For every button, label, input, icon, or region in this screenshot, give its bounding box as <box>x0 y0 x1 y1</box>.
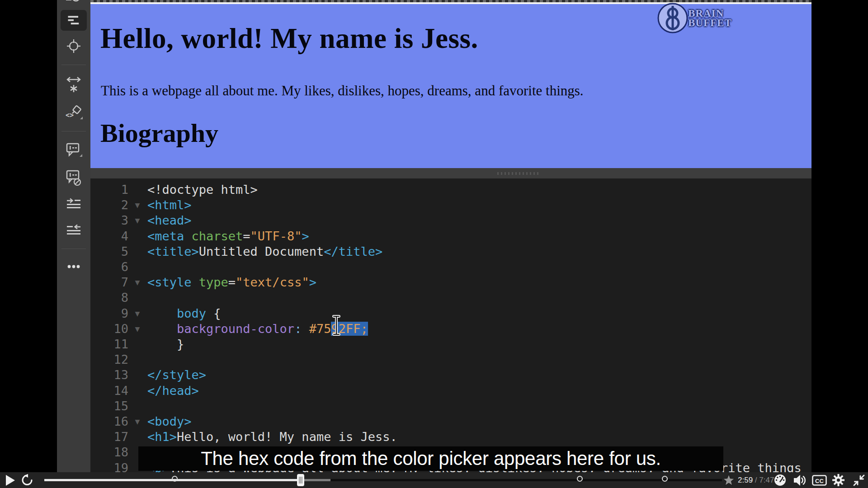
line-number: 15 <box>90 399 128 414</box>
svg-text:CC: CC <box>815 478 824 484</box>
video-caption: The hex code from the color picker appea… <box>138 446 723 471</box>
code-text: <!doctype html> <box>147 182 258 197</box>
code-line-10[interactable]: 10▼ background-color: #7592FF; <box>90 321 811 337</box>
live-highlight-partial-icon-button[interactable] <box>57 0 90 5</box>
fold-arrow-icon[interactable]: ▼ <box>131 197 144 213</box>
css-inspect-button[interactable]: <> <box>57 104 90 122</box>
fold-arrow-icon[interactable]: ▼ <box>131 213 144 228</box>
code-line-8[interactable]: 8 <box>90 290 811 305</box>
line-number: 4 <box>90 229 128 244</box>
line-number: 14 <box>90 383 128 399</box>
progress-handle[interactable] <box>297 474 304 486</box>
code-line-17[interactable]: 17<h1>Hello, world! My name is Jess. <box>90 429 811 445</box>
brain-buffet-badge-icon <box>657 2 689 34</box>
editor-main: Hello, world! My name is Jess. This is a… <box>90 0 811 472</box>
code-line-6[interactable]: 6 <box>90 259 811 275</box>
pane-splitter[interactable] <box>90 168 811 178</box>
svg-text:<>: <> <box>66 111 74 119</box>
line-number: 16 <box>90 414 128 429</box>
indent-icon <box>66 198 81 210</box>
line-number: 8 <box>90 290 128 305</box>
code-text: <html> <box>147 197 192 213</box>
more-options-button[interactable] <box>57 263 90 270</box>
code-text: </style> <box>147 367 206 383</box>
code-line-3[interactable]: 3▼<head> <box>90 213 811 228</box>
code-text: <h1>Hello, world! My name is Jess. <box>147 429 397 445</box>
code-text: } <box>147 337 184 352</box>
progress-bar[interactable] <box>44 479 722 481</box>
line-number: 13 <box>90 367 128 383</box>
star-marker[interactable] <box>722 474 736 487</box>
format-source-icon <box>67 14 80 26</box>
code-text: </head> <box>147 383 199 399</box>
logo-line1: BRAIN <box>688 9 732 18</box>
line-number: 17 <box>90 429 128 445</box>
code-text: <title>Untitled Document</title> <box>147 244 382 259</box>
captions-icon: CC <box>812 475 827 486</box>
chapter-marker[interactable] <box>577 476 583 482</box>
code-line-1[interactable]: 1<!doctype html> <box>90 182 811 197</box>
progress-buffered <box>301 479 330 481</box>
format-source-button[interactable] <box>57 14 90 26</box>
exit-fullscreen-icon <box>853 474 865 487</box>
apply-comment-button[interactable] <box>57 142 90 159</box>
code-line-12[interactable]: 12 <box>90 352 811 367</box>
exit-fullscreen-button[interactable] <box>853 474 865 487</box>
play-icon <box>6 475 16 486</box>
line-number: 6 <box>90 259 128 275</box>
target-select-button[interactable] <box>57 38 90 54</box>
chapter-marker[interactable] <box>662 476 668 482</box>
total-time: 7:47 <box>759 476 774 484</box>
code-line-15[interactable]: 15 <box>90 399 811 414</box>
toolbar-divider <box>61 131 86 131</box>
line-number: 18 <box>90 445 128 460</box>
fold-arrow-icon[interactable]: ▼ <box>131 414 144 429</box>
code-editor[interactable]: 1<!doctype html>2▼<html>3▼<head>4<meta c… <box>90 178 811 472</box>
playback-speed-button[interactable] <box>774 474 786 486</box>
logo-line2: BUFFET <box>688 18 732 28</box>
line-number: 7 <box>90 275 128 290</box>
line-number: 2 <box>90 197 128 213</box>
replay-button[interactable] <box>21 474 34 486</box>
current-time: 2:59 <box>738 476 753 484</box>
settings-gear-icon <box>832 474 844 486</box>
code-line-5[interactable]: 5<title>Untitled Document</title> <box>90 244 811 259</box>
code-line-16[interactable]: 16▼<body> <box>90 414 811 429</box>
swap-related-button[interactable] <box>57 76 90 93</box>
outdent-button[interactable] <box>57 224 90 236</box>
toolbar-divider <box>61 65 86 65</box>
fold-arrow-icon[interactable]: ▼ <box>131 275 144 290</box>
code-text: <meta charset="UTF-8"> <box>147 229 309 244</box>
fold-arrow-icon[interactable]: ▼ <box>131 321 144 337</box>
ibeam-cursor-icon <box>331 314 341 336</box>
code-text: <style type="text/css"> <box>147 275 316 290</box>
indent-button[interactable] <box>57 198 90 210</box>
remove-comment-button[interactable] <box>57 169 90 187</box>
play-button[interactable] <box>6 475 16 486</box>
code-bucket-icon: <> <box>65 104 83 122</box>
code-line-13[interactable]: 13</style> <box>90 367 811 383</box>
settings-button[interactable] <box>832 474 844 486</box>
code-line-4[interactable]: 4<meta charset="UTF-8"> <box>90 229 811 244</box>
line-number: 10 <box>90 321 128 337</box>
fold-arrow-icon[interactable]: ▼ <box>131 306 144 321</box>
line-number: 3 <box>90 213 128 228</box>
code-line-9[interactable]: 9▼ body { <box>90 306 811 321</box>
line-number: 11 <box>90 337 128 352</box>
speed-gauge-icon <box>774 474 786 486</box>
splitter-grip[interactable] <box>497 172 539 175</box>
captions-button[interactable]: CC <box>812 475 827 486</box>
volume-icon <box>793 474 807 486</box>
code-line-7[interactable]: 7▼<style type="text/css"> <box>90 275 811 290</box>
chapter-marker[interactable] <box>172 476 178 482</box>
code-line-11[interactable]: 11 } <box>90 337 811 352</box>
code-line-14[interactable]: 14</head> <box>90 383 811 399</box>
video-player-frame: <> <box>0 0 868 488</box>
preview-paragraph: This is a webpage all about me. My likes… <box>101 83 584 99</box>
volume-button[interactable] <box>793 474 807 486</box>
preview-subheading: Biography <box>100 118 218 148</box>
live-preview-pane[interactable]: Hello, world! My name is Jess. This is a… <box>90 4 811 168</box>
code-text: body { <box>147 306 221 321</box>
code-line-2[interactable]: 2▼<html> <box>90 197 811 213</box>
ellipsis-icon <box>66 263 81 270</box>
